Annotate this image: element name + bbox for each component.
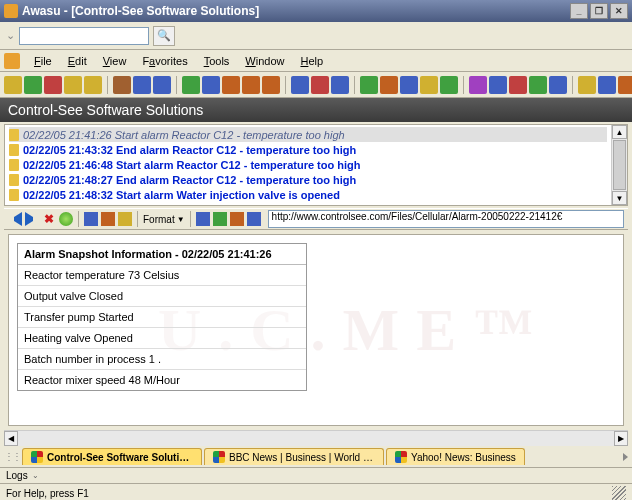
maximize-button[interactable]: ❐ — [590, 3, 608, 19]
feed-item[interactable]: 02/22/05 21:43:32 End alarm Reactor C12 … — [9, 142, 607, 157]
channel-tab[interactable]: Yahoo! News: Business — [386, 448, 525, 465]
article-icon — [9, 174, 19, 186]
toolbar-button-15[interactable] — [331, 76, 349, 94]
search-button[interactable]: 🔍 — [153, 26, 175, 46]
toolbar-button-28[interactable] — [618, 76, 632, 94]
feed-list[interactable]: 02/22/05 21:41:26 Start alarm Reactor C1… — [5, 125, 611, 205]
toolbar-button-6[interactable] — [133, 76, 151, 94]
back-button[interactable] — [8, 212, 22, 226]
menu-help[interactable]: Help — [292, 53, 331, 69]
feed-item[interactable]: 02/22/05 21:46:48 Start alarm Reactor C1… — [9, 157, 607, 172]
search-input[interactable] — [19, 27, 149, 45]
toolbar-button-25[interactable] — [549, 76, 567, 94]
tool-icon-6[interactable] — [230, 212, 244, 226]
toolbar-button-3[interactable] — [64, 76, 82, 94]
toolbar-button-22[interactable] — [489, 76, 507, 94]
feed-link[interactable]: 02/22/05 21:43:32 End alarm Reactor C12 … — [23, 144, 356, 156]
toolbar-button-18[interactable] — [400, 76, 418, 94]
resize-grip-icon[interactable] — [612, 486, 626, 500]
snapshot-row: Output valve Closed — [18, 286, 306, 307]
channel-tab[interactable]: BBC News | Business | World Edition — [204, 448, 384, 465]
feed-item[interactable]: 02/22/05 21:48:27 End alarm Reactor C12 … — [9, 172, 607, 187]
chevron-down-icon: ⌄ — [32, 471, 39, 480]
toolbar-button-8[interactable] — [182, 76, 200, 94]
toolbar-button-4[interactable] — [84, 76, 102, 94]
close-button[interactable]: ✕ — [610, 3, 628, 19]
article-icon — [9, 159, 19, 171]
tab-label: Control-See Software Solutions — [47, 452, 193, 463]
toolbar-button-19[interactable] — [420, 76, 438, 94]
format-dropdown[interactable]: Format ▼ — [143, 214, 185, 225]
menu-tools[interactable]: Tools — [196, 53, 238, 69]
toolbar-button-24[interactable] — [529, 76, 547, 94]
feed-link[interactable]: 02/22/05 21:48:32 Start alarm Water inje… — [23, 189, 340, 201]
feed-tab-icon — [213, 451, 225, 463]
app-icon — [4, 4, 18, 18]
toolbar-button-9[interactable] — [202, 76, 220, 94]
tool-icon-1[interactable] — [84, 212, 98, 226]
content-toolbar: ✖ Format ▼ http://www.controlsee.com/Fil… — [4, 208, 628, 230]
hscroll-left-button[interactable]: ◀ — [4, 431, 18, 446]
toolbar-button-16[interactable] — [360, 76, 378, 94]
toolbar-button-5[interactable] — [113, 76, 131, 94]
toolbar-button-23[interactable] — [509, 76, 527, 94]
feed-link[interactable]: 02/22/05 21:48:27 End alarm Reactor C12 … — [23, 174, 356, 186]
menu-window[interactable]: Window — [237, 53, 292, 69]
toolbar-button-1[interactable] — [24, 76, 42, 94]
feed-scrollbar[interactable]: ▲ ▼ — [611, 125, 627, 205]
toolbar-button-27[interactable] — [598, 76, 616, 94]
forward-button[interactable] — [25, 212, 39, 226]
scroll-up-button[interactable]: ▲ — [612, 125, 627, 139]
article-icon — [9, 129, 19, 141]
tool-icon-3[interactable] — [118, 212, 132, 226]
menu-favorites[interactable]: Favorites — [134, 53, 195, 69]
toolbar-button-26[interactable] — [578, 76, 596, 94]
menu-file[interactable]: File — [26, 53, 60, 69]
toolbar-button-17[interactable] — [380, 76, 398, 94]
tool-icon-4[interactable] — [196, 212, 210, 226]
toolbar-separator — [107, 76, 108, 94]
menu-bar: File Edit View Favorites Tools Window He… — [0, 50, 632, 72]
toolbar-button-14[interactable] — [311, 76, 329, 94]
hscroll-track[interactable] — [18, 431, 614, 446]
tab-label: Yahoo! News: Business — [411, 452, 516, 463]
snapshot-row: Reactor temperature 73 Celsius — [18, 265, 306, 286]
refresh-button[interactable] — [59, 212, 73, 226]
tool-icon-2[interactable] — [101, 212, 115, 226]
toolbar-button-13[interactable] — [291, 76, 309, 94]
toolbar-button-20[interactable] — [440, 76, 458, 94]
tab-label: BBC News | Business | World Edition — [229, 452, 375, 463]
feed-link[interactable]: 02/22/05 21:46:48 Start alarm Reactor C1… — [23, 159, 360, 171]
scroll-thumb[interactable] — [613, 140, 626, 190]
tool-icon-5[interactable] — [213, 212, 227, 226]
menu-edit[interactable]: Edit — [60, 53, 95, 69]
feed-item-selected[interactable]: 02/22/05 21:41:26 Start alarm Reactor C1… — [9, 127, 607, 142]
separator — [137, 211, 138, 227]
scroll-down-button[interactable]: ▼ — [612, 191, 627, 205]
tab-overflow-button[interactable] — [623, 453, 628, 461]
content-hscroll[interactable]: ◀ ▶ — [4, 430, 628, 446]
toolbar-button-10[interactable] — [222, 76, 240, 94]
hscroll-right-button[interactable]: ▶ — [614, 431, 628, 446]
toolbar-button-0[interactable] — [4, 76, 22, 94]
channel-tab[interactable]: Control-See Software Solutions — [22, 448, 202, 465]
tab-grip-icon[interactable]: ⋮⋮⋮ — [4, 451, 22, 462]
toolbar-button-12[interactable] — [262, 76, 280, 94]
toolbar-separator — [354, 76, 355, 94]
toolbar-button-7[interactable] — [153, 76, 171, 94]
channel-tabs: ⋮⋮⋮ Control-See Software SolutionsBBC Ne… — [0, 446, 632, 468]
feed-item[interactable]: 02/22/05 21:48:32 Start alarm Water inje… — [9, 187, 607, 202]
url-field[interactable]: http://www.controlsee.com/Files/Cellular… — [268, 210, 624, 228]
toolbar-separator — [572, 76, 573, 94]
toolbar-button-21[interactable] — [469, 76, 487, 94]
toolbar-button-11[interactable] — [242, 76, 260, 94]
stop-button[interactable]: ✖ — [42, 212, 56, 226]
tool-icon-7[interactable] — [247, 212, 261, 226]
logs-bar[interactable]: Logs ⌄ — [0, 468, 632, 484]
minimize-button[interactable]: _ — [570, 3, 588, 19]
chevron-down-icon[interactable]: ⌄ — [6, 29, 15, 42]
chevron-down-icon: ▼ — [177, 215, 185, 224]
app-menu-icon[interactable] — [4, 53, 20, 69]
menu-view[interactable]: View — [95, 53, 135, 69]
toolbar-button-2[interactable] — [44, 76, 62, 94]
